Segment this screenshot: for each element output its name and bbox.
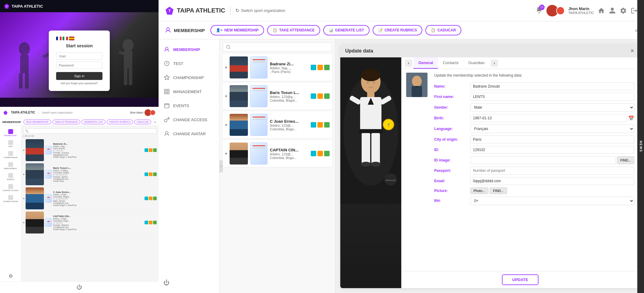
power-icon: ⏻ <box>163 279 170 286</box>
mini-more[interactable]: » <box>154 120 156 124</box>
member-edit-4[interactable] <box>311 151 316 156</box>
mini-content: MEMBERSHIP TEST CHAMPIONSHIP MANAGEMENT … <box>0 126 159 281</box>
id-image-find-btn[interactable]: FIND... <box>617 156 634 164</box>
form-tab-guardian[interactable]: Guardian <box>463 57 489 69</box>
mini-sidebar-events[interactable]: EVENTS <box>1 172 20 182</box>
rh-select[interactable]: 0+ 0- A+ A- B+ B- AB+ AB- <box>470 197 634 205</box>
sidebar-power-btn[interactable]: ⏻ <box>159 276 219 290</box>
member-card-1[interactable]: ▾ Badrane Zi... Arbitro, 0qq..., , París… <box>223 54 332 81</box>
password-input[interactable] <box>56 62 102 69</box>
member-view-1[interactable] <box>317 65 323 70</box>
form-prev-btn[interactable]: ‹ <box>405 60 412 67</box>
member-edit-1[interactable] <box>311 65 316 70</box>
sidebar-item-change-avatar[interactable]: CHANGE AVATAR <box>159 127 219 141</box>
sidebar-item-change-access[interactable]: CHANGE ACCESS <box>159 113 219 127</box>
notification-badge[interactable]: 15 <box>535 6 543 15</box>
sidebar-item-management[interactable]: MANAGEMENT <box>159 85 219 99</box>
mini-sidebar-change-access[interactable]: CHANGE ACCESS <box>1 183 20 193</box>
birth-input[interactable] <box>470 114 627 122</box>
new-membership-btn[interactable]: 👤+ NEW MEMBERSHIP <box>210 25 264 35</box>
city-input[interactable] <box>470 136 634 143</box>
create-rubrics-btn[interactable]: 📝 CREATE RUBRICS <box>373 25 422 35</box>
id-input[interactable] <box>470 146 634 154</box>
logout-icon[interactable] <box>631 7 638 14</box>
id-image-input[interactable] <box>470 156 616 164</box>
mini-sidebar-membership[interactable]: MEMBERSHIP <box>1 128 20 138</box>
language-select[interactable]: Français English Español <box>470 125 634 133</box>
settings-icon[interactable] <box>620 7 627 14</box>
sidebar-item-test[interactable]: TEST <box>159 56 219 71</box>
forgot-password-link[interactable]: Did you forget your password? <box>56 82 102 85</box>
update-btn[interactable]: UPDATE <box>502 274 538 285</box>
email-input[interactable] <box>470 177 634 185</box>
mini-new-membership[interactable]: NEW MEMBERSHIP <box>23 120 51 124</box>
mini-edit-2[interactable] <box>145 172 148 176</box>
mini-more-1[interactable] <box>153 148 157 152</box>
mini-grade-3: Grado Negro 1 Dan/Pum <box>53 204 143 206</box>
mini-sidebar-championship[interactable]: CHAMPIONSHIP <box>1 150 20 160</box>
mini-generate-list[interactable]: GENERATE LIST <box>81 120 106 124</box>
form-tab-general[interactable]: General <box>413 57 438 69</box>
home-icon[interactable] <box>598 7 605 14</box>
mini-member-row-2[interactable]: ▾ Baris Tosun L... Arbitro, 123@g... Col… <box>23 162 157 186</box>
form-next-btn[interactable]: › <box>491 60 498 67</box>
member-card-4[interactable]: ▾ CAPTAIN CIN... Arbitro, 123@... Colomb… <box>223 140 332 167</box>
firstname-input[interactable] <box>470 93 634 101</box>
mini-create-rubrics[interactable]: CREATE RUBRICS <box>107 120 133 124</box>
photo-btn[interactable]: Photo... <box>470 187 488 194</box>
member-card-3[interactable]: ▾ C Juan Ernes... Arbitro, 123@... Colom… <box>223 111 332 138</box>
mini-sidebar-test[interactable]: TEST <box>1 139 20 149</box>
member-edit-2[interactable] <box>311 93 316 99</box>
mini-member-row-3[interactable]: ▾ C Juan Ernes... Arbitro, 123@... Colom… <box>23 186 157 211</box>
mini-switch-org[interactable]: Switch sport organization <box>42 111 73 114</box>
mini-view-1[interactable] <box>149 148 152 152</box>
picture-find-btn[interactable]: FIND... <box>490 187 507 194</box>
switch-org-btn[interactable]: ↻ Switch sport organization <box>235 8 285 13</box>
member-card-2[interactable]: ▾ Baris Tosun L... Arbitro, 123@g... Col… <box>223 83 332 110</box>
member-more-1[interactable] <box>324 65 330 70</box>
user-input[interactable] <box>56 52 102 60</box>
generate-list-btn[interactable]: 📊 GENERATE LIST <box>323 25 370 35</box>
mini-member-row[interactable]: ▾ Badrane Zi... Arbitro, Oqq... Paris (P… <box>23 138 157 162</box>
member-more-3[interactable] <box>324 122 330 128</box>
mini-more-3[interactable] <box>153 197 157 200</box>
mini-sidebar-change-avatar[interactable]: CHANGE AVATAR <box>1 194 20 204</box>
person-icon[interactable] <box>609 7 616 14</box>
mini-caducar[interactable]: CADUCAR <box>134 120 151 124</box>
caducar-btn[interactable]: 📋 CADUCAR <box>425 25 461 35</box>
mini-view-3[interactable] <box>149 197 152 200</box>
gender-select[interactable]: Male Female <box>470 103 634 112</box>
member-more-2[interactable] <box>324 93 330 99</box>
mini-take-attendance[interactable]: TAKE ATTENDANCE <box>52 120 80 124</box>
search-input[interactable] <box>233 45 329 49</box>
mini-edit-1[interactable] <box>145 148 148 152</box>
mini-power-btn[interactable]: ⏻ <box>1 272 20 280</box>
mini-view-2[interactable] <box>149 172 152 176</box>
sidebar-item-membership[interactable]: MEMBERSHIP <box>159 42 219 56</box>
calendar-icon[interactable]: 📅 <box>628 115 634 121</box>
member-view-4[interactable] <box>317 151 323 156</box>
member-edit-3[interactable] <box>311 122 316 128</box>
form-tab-contacts[interactable]: Contacts <box>438 57 463 69</box>
close-update-btn[interactable]: ✕ <box>630 48 634 54</box>
mini-search-input[interactable] <box>23 128 157 134</box>
member-view-2[interactable] <box>317 93 323 99</box>
sidebar-item-events[interactable]: EVENTS <box>159 99 219 113</box>
user-avatar-area <box>546 5 565 16</box>
sidebar-toggle[interactable]: ‹ <box>219 160 223 172</box>
member-more-4[interactable] <box>324 151 330 156</box>
mini-power-icon[interactable]: ⏻ <box>77 284 82 291</box>
mini-more-2[interactable] <box>153 172 157 176</box>
take-attendance-btn[interactable]: 📋 TAKE ATTENDANCE <box>267 25 320 35</box>
member-view-3[interactable] <box>317 122 323 128</box>
passport-input[interactable] <box>470 167 634 175</box>
name-input[interactable] <box>470 82 634 90</box>
mini-sidebar-management[interactable]: MANAGEMENT <box>1 161 20 171</box>
mini-edit-4[interactable] <box>145 221 148 224</box>
mini-member-row-4[interactable]: ▾ CAPTAIN CIN... Arbitro, 123@... Colomb… <box>23 211 157 235</box>
mini-view-4[interactable] <box>149 221 152 224</box>
mini-more-4[interactable] <box>153 221 157 224</box>
mini-edit-3[interactable] <box>145 197 148 200</box>
sidebar-item-championship[interactable]: CHAMPIONSHIP <box>159 71 219 85</box>
signin-button[interactable]: Sign in <box>56 72 102 80</box>
